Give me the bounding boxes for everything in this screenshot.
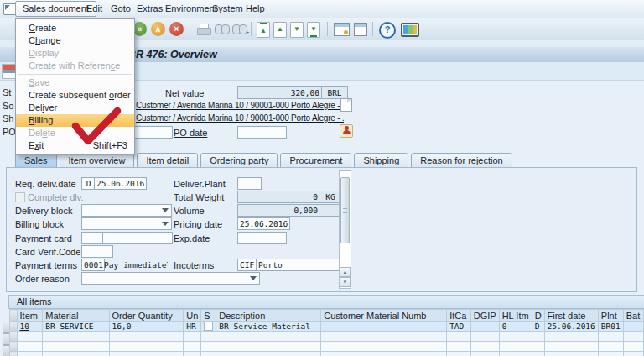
scrollbar-thumb[interactable] [340,177,350,243]
document-icon[interactable] [340,98,352,112]
req-deliv-date-field[interactable]: 25.06.2016 [94,177,147,190]
po-date-field[interactable] [237,126,287,139]
row-selector[interactable] [10,342,18,352]
table-row-empty[interactable] [10,352,644,356]
net-value-label: Net value [165,88,204,98]
total-weight-label: Total Weight [174,192,224,202]
incoterms-code-field[interactable]: CIF [237,259,257,271]
delivery-block-label: Delivery block [15,206,72,216]
partial-label-ship-to: Sh [3,113,13,123]
window-system-icon[interactable] [3,3,16,15]
scroll-down-icon[interactable]: ▼ [340,277,351,287]
table-header-row: Item Material Order Quantity Un S Descri… [10,310,644,322]
incoterms-location-field[interactable]: Porto [256,259,340,271]
menu-item-create-subsequent-order[interactable]: Create subsequent order [16,89,134,102]
row-selector[interactable] [10,322,18,332]
form-scrollbar[interactable]: ▲ ▼ [339,170,351,289]
toolbar-separator [251,22,252,36]
find-next-icon[interactable]: + [232,24,247,34]
menubar-item-environment[interactable]: Environment [165,3,217,13]
po-date-label: PO date [174,128,207,138]
total-weight-field: 0 [237,191,320,203]
volume-label: Volume [174,206,205,216]
menubar-item-system[interactable]: System [212,3,243,13]
menubar-item-help[interactable]: Help [246,3,265,13]
menu-item-create-with-reference[interactable]: Create with Reference [16,60,134,72]
new-session-icon[interactable] [334,23,350,36]
menu-item-create[interactable]: Create [16,22,134,34]
ship-to-party-link[interactable]: Customer / Avenida Marina 10 / 90001-000… [136,113,344,123]
billing-block-select[interactable] [81,217,172,230]
find-icon[interactable] [215,24,230,34]
partial-label-po-number: PO [3,127,16,137]
tab-shipping[interactable]: Shipping [354,153,408,168]
tab-item-detail[interactable]: Item detail [137,153,198,168]
deliver-plant-label: Deliver.Plant [174,179,226,189]
volume-field: 0,000 [237,204,320,217]
help-icon[interactable]: ? [379,22,396,39]
partial-label-sold-to: So [3,101,13,111]
create-shortcut-icon[interactable] [354,23,367,36]
payment-card-label: Payment card [15,233,72,243]
menubar-item-goto[interactable]: Goto [111,3,131,13]
menu-item-save[interactable]: Save [16,76,134,89]
exp-date-field[interactable] [237,232,287,244]
menubar-item-edit[interactable]: Edit [86,3,102,13]
complete-dlv-checkbox[interactable] [15,192,25,202]
sold-to-party-link[interactable]: Customer / Avenida Marina 10 / 90001-000… [136,101,344,110]
menubar-item-sales-document[interactable]: Sales document [15,1,96,17]
partial-label-standard-order: St [3,87,11,97]
cancel-icon[interactable]: × [169,22,184,36]
sap-window: Sales document Edit Goto Extras Environm… [0,0,644,356]
order-reason-label: Order reason [15,274,70,284]
pricing-date-label: Pricing date [174,219,222,229]
partner-icon[interactable] [340,124,353,138]
partially-visible-app-icon[interactable] [2,64,16,79]
select-all-cell[interactable] [10,310,18,322]
next-page-icon[interactable]: ▼ [290,22,304,38]
req-deliv-date-label: Req. deliv.date [15,179,76,189]
page-title: BR 476: Overview [128,49,217,60]
print-icon[interactable] [196,24,211,35]
complete-dlv-label: Complete dlv. [28,192,83,202]
red-checkmark-annotation [69,106,124,146]
toolbar-separator [327,22,328,36]
last-page-icon[interactable]: ▼ [307,22,320,38]
payment-terms-text: Pay immediately w/ .. [104,260,168,270]
menu-item-display[interactable]: Display [16,47,134,60]
net-value-field: 320,00 [237,86,322,99]
tab-ordering-party[interactable]: Ordering party [200,153,278,168]
delivery-block-select[interactable] [81,204,172,217]
deliver-plant-field[interactable] [237,177,262,190]
payment-terms-code-field[interactable]: 0001 [81,259,105,271]
row-checkbox[interactable] [204,322,213,331]
all-items-header: All items [8,295,644,309]
tab-procurement[interactable]: Procurement [280,153,351,168]
table-row-empty[interactable] [10,342,644,352]
card-verif-code-label: Card Verif.Code [15,247,80,257]
payment-card-number-field[interactable] [102,232,173,244]
table-row-empty[interactable] [10,332,644,342]
payment-card-type-field[interactable] [81,232,104,244]
scroll-up-icon[interactable]: ▲ [340,267,351,277]
row-selector[interactable] [10,332,18,342]
payment-terms-label: Payment terms [15,260,77,270]
row-selector[interactable] [10,352,18,356]
menu-separator [18,74,132,75]
table-row[interactable]: 10 BR-SERVICE 16,0 HR BR Service Materia… [10,322,644,332]
first-page-icon[interactable]: ▲ [257,22,270,38]
incoterms-label: Incoterms [174,260,214,270]
item-number-link[interactable]: 10 [20,322,29,331]
previous-page-icon[interactable]: ▲ [273,22,287,38]
customize-layout-icon[interactable] [401,23,419,37]
menubar-item-extras[interactable]: Extras [137,3,163,13]
order-reason-select[interactable] [81,272,260,285]
card-verif-code-field[interactable] [81,245,113,258]
currency-field: BRL [321,86,348,99]
exp-date-label: Exp.date [174,233,210,243]
all-items-table: Item Material Order Quantity Un S Descri… [9,309,644,356]
tab-reason-for-rejection[interactable]: Reason for rejection [411,153,512,168]
exit-icon[interactable]: ∧ [151,22,165,36]
pricing-date-field[interactable]: 25.06.2016 [237,217,290,230]
menu-item-change[interactable]: Change [16,34,134,47]
